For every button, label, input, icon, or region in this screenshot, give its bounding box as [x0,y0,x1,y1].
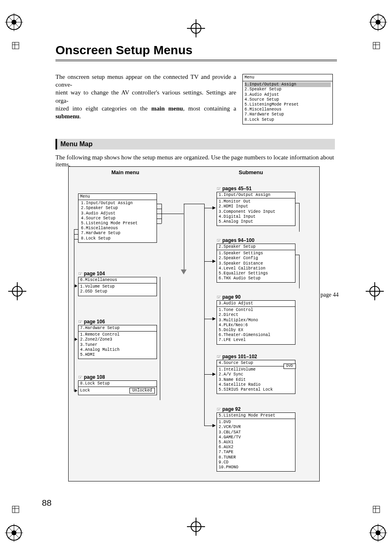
page-ref: ☞page 92 [217,406,241,412]
box-body: 1.Volume Setup 2.OSD Setup [78,283,157,295]
registration-mark-icon [4,523,24,543]
column-header-main: Main menu [111,169,139,175]
menu-item: 2.Speaker Setup [244,87,331,92]
box-body: Lock Unlocked [78,387,157,395]
arrow-right-icon [75,338,77,341]
list-item: 6.AUX2 [219,445,293,450]
list-item: 3.Speaker Distance [219,261,293,266]
pointer-icon: ☞ [217,186,221,191]
list-item: 8.Lock Setup [80,236,155,241]
crop-mark-icon [9,39,22,52]
menu-item: 8.Lock Setup [244,117,331,122]
box-body: 1.Input/Output Assign 2.Speaker Setup 3.… [78,200,157,242]
connector-line [160,277,160,400]
list-item: 5.Dolby EX [219,328,293,333]
list-item: 1.Tone Control [219,308,293,313]
menu-preview-body: 1.Input/Output Assign 2.Speaker Setup 3.… [243,81,332,124]
pointer-icon: ☞ [78,271,83,276]
box-body: DVD 1.IntelliVolume 2.A/V Sync 3.Name Ed… [217,366,295,394]
registration-cross-icon [187,19,205,37]
list-item: 9.CD [219,460,293,465]
arrow-down-icon [181,269,187,274]
list-item: 5.Equalizer Settings [219,271,293,276]
list-item: 6.Miscellaneous [80,226,155,231]
page-title: Onscreen Setup Menus [55,43,337,61]
box-title: 5.Listening Mode Preset [217,413,295,419]
intro-bold: submenu [55,113,79,120]
list-item: 4.Satellite Radio [219,382,293,387]
arrow-right-icon [212,260,216,263]
page-ref: ☞pages 94–100 [217,237,254,243]
svg-point-0 [7,15,21,30]
list-item: 1.Speaker Settings [219,251,293,256]
list-item: 4.Analog Multich [80,348,155,352]
list-item: 4.GAME/TV [219,435,293,440]
menu-item: 4.Source Setup [244,97,331,102]
svg-rect-36 [12,42,19,49]
intro-line: nized into eight categories on the [55,105,151,112]
list-item: 1.IntelliVolume [219,367,293,372]
box-hardware: 7.Hardware Setup 1.Remote Control 2.Zone… [78,325,157,359]
side-page-ref: page 44 [321,292,339,298]
connector-line [299,255,300,288]
box-lock: 8.Lock Setup Lock Unlocked [78,380,157,395]
list-item: 2.OSD Setup [80,289,155,294]
list-item: 5.AUX1 [219,440,293,445]
pointer-icon: ☞ [78,319,83,325]
connector-line [299,203,300,232]
box-body: 1.Remote Control 2.Zone2/Zone3 3.Tuner 4… [78,332,157,359]
list-item: 3.Audio Adjust [80,211,155,216]
list-item: 2.A/V Sync [219,372,293,377]
page-ref: ☞pages 101–102 [217,354,257,359]
list-item: 7.Hardware Setup [80,231,155,236]
list-item: 7.LFE Level [219,338,293,343]
svg-rect-37 [373,42,380,49]
page-ref: ☞pages 45–51 [217,186,251,191]
svg-rect-38 [12,506,19,513]
connector-line [157,209,161,209]
list-item: 5.HDMI [80,352,155,357]
registration-mark-icon [4,12,24,32]
pointer-icon: ☞ [217,354,221,359]
list-item: 4.PLⅡx/Neo:6 [219,323,293,328]
list-item: 3.Name Edit [219,378,293,382]
source-tag: DVD [284,364,296,369]
box-io: 1.Input/Output Assign 1.Monitor Out 2.HD… [217,192,295,226]
svg-point-7 [376,20,380,25]
box-main-menu: Menu 1.Input/Output Assign 2.Speaker Set… [78,193,157,243]
lock-value: Unlocked [129,388,155,394]
arrow-right-icon [212,206,216,210]
svg-line-4 [8,16,20,28]
page-ref-text: pages 94–100 [222,237,254,243]
registration-cross-icon [8,282,26,300]
arrow-right-icon [75,284,77,288]
list-item: 4.Level Calibration [219,266,293,271]
box-body: 1.DVD 2.VCR/DVR 3.CBL/SAT 4.GAME/TV 5.AU… [217,419,295,471]
page-ref: ☞page 108 [78,374,105,380]
list-item: 6.Theater-Dimensional [219,333,293,338]
connector-line [74,239,78,240]
list-item: 2.Speaker Setup [80,206,155,211]
page-ref-text: page 90 [222,294,241,300]
page-ref-text: page 92 [222,406,241,412]
arrow-right-icon [75,389,77,392]
intro-paragraph: The onscreen setup menus appear on the c… [55,73,236,120]
menu-map: Main menu Submenu Menu 1.Input/Output As… [68,166,320,481]
svg-line-17 [8,527,20,539]
svg-line-23 [372,527,384,539]
intro-line: The onscreen setup menus appear on the c… [55,74,236,88]
box-speaker: 2.Speaker Setup 1.Speaker Settings 2.Spe… [217,244,295,283]
list-item: 3.Multiplex/Mono [219,318,293,323]
column-header-sub: Submenu [239,169,263,175]
connector-line [74,229,74,391]
box-title: 1.Input/Output Assign [217,192,295,198]
connector-line [204,208,213,208]
box-body: 1.Monitor Out 2.HDMI Input 3.Component V… [217,198,295,226]
box-title: Menu [78,194,157,200]
svg-point-19 [376,530,380,535]
connector-line [295,255,299,255]
svg-line-10 [372,16,384,28]
box-body: 1.Tone Control 2.Direct 3.Multiplex/Mono… [217,307,295,344]
connector-line [204,204,205,426]
menu-item: 5.ListeningMode Preset [244,102,331,107]
